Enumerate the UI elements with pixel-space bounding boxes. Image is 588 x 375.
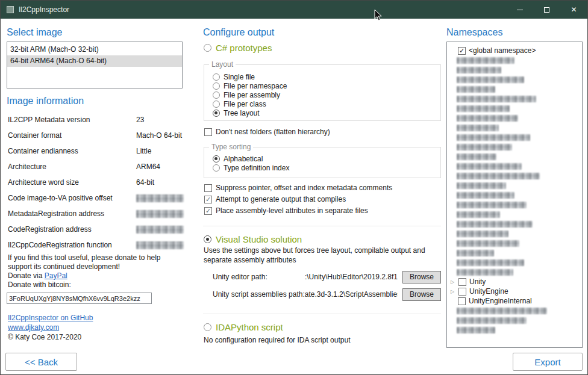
redacted-text bbox=[457, 173, 540, 179]
namespace-item-redacted[interactable] bbox=[447, 325, 582, 335]
select-image-heading: Select image bbox=[7, 27, 63, 38]
namespace-item-redacted[interactable] bbox=[447, 181, 582, 190]
namespace-item-redacted[interactable] bbox=[447, 132, 582, 142]
website-link[interactable]: www.djkaty.com bbox=[8, 323, 59, 332]
redacted-value bbox=[136, 194, 184, 202]
maximize-button[interactable] bbox=[533, 1, 560, 19]
namespace-item-redacted[interactable] bbox=[447, 161, 582, 171]
section-divider bbox=[203, 226, 441, 226]
browse-editor-path-button[interactable]: Browse bbox=[402, 271, 441, 284]
bitcoin-address-input[interactable] bbox=[7, 293, 152, 304]
maximize-icon bbox=[544, 7, 549, 13]
image-list-item[interactable]: 32-bit ARM (Mach-O 32-bit) bbox=[7, 44, 182, 55]
namespace-item-redacted[interactable] bbox=[447, 209, 582, 219]
info-label: Architecture bbox=[8, 163, 136, 171]
namespace-item-redacted[interactable] bbox=[447, 65, 582, 75]
titlebar: Il2CppInspector ✕ bbox=[1, 1, 587, 19]
namespace-item-redacted[interactable] bbox=[447, 94, 582, 104]
namespace-item-redacted[interactable] bbox=[447, 248, 582, 258]
namespace-item-redacted[interactable] bbox=[447, 229, 582, 238]
idapython-script-radio[interactable]: IDAPython script bbox=[204, 322, 283, 332]
copyright-text: © Katy Coe 2017-2020 bbox=[8, 333, 81, 341]
checkbox-icon bbox=[204, 184, 212, 192]
redacted-text bbox=[457, 221, 533, 228]
back-button[interactable]: << Back bbox=[5, 353, 77, 371]
compile-output-checkbox[interactable]: ✓ Attempt to generate output that compil… bbox=[204, 194, 346, 204]
info-row: MetadataRegistration address bbox=[8, 209, 184, 225]
namespace-label: Unity bbox=[469, 277, 486, 286]
window-controls: ✕ bbox=[506, 1, 587, 19]
expand-arrow-icon[interactable]: ▷ bbox=[449, 289, 455, 294]
links-block: Il2CppInspector on GitHub www.djkaty.com bbox=[8, 313, 93, 332]
suppress-metadata-checkbox[interactable]: Suppress pointer, offset and index metad… bbox=[204, 183, 392, 193]
namespace-item-redacted[interactable] bbox=[447, 142, 582, 152]
layout-option-file-per-assembly[interactable]: File per assembly bbox=[213, 90, 440, 99]
namespace-item-redacted[interactable] bbox=[447, 200, 582, 209]
image-listbox: 32-bit ARM (Mach-O 32-bit) 64-bit ARM64 … bbox=[7, 42, 183, 88]
image-info-heading: Image information bbox=[7, 96, 84, 107]
radio-selected-icon bbox=[204, 235, 211, 243]
namespace-item-unity[interactable]: ▷ Unity bbox=[447, 277, 582, 287]
info-value: 64-bit bbox=[136, 178, 154, 187]
ida-description: No configuration required for IDA script… bbox=[204, 335, 440, 345]
namespace-item-unityengine[interactable]: ▷ UnityEngine bbox=[447, 287, 582, 296]
close-icon: ✕ bbox=[571, 5, 577, 14]
namespace-item-redacted[interactable] bbox=[447, 315, 582, 325]
layout-option-tree-layout[interactable]: Tree layout bbox=[213, 108, 440, 117]
namespace-label: <global namespace> bbox=[469, 46, 536, 55]
namespace-item-redacted[interactable] bbox=[447, 152, 582, 161]
namespaces-heading: Namespaces bbox=[446, 27, 502, 38]
layout-option-single-file[interactable]: Single file bbox=[213, 72, 440, 81]
separate-attributes-checkbox[interactable]: ✓ Place assembly-level attributes in sep… bbox=[204, 206, 368, 215]
sorting-option-type-definition-index[interactable]: Type definition index bbox=[213, 163, 440, 172]
paypal-link[interactable]: PayPal bbox=[45, 271, 67, 280]
info-label: Container endianness bbox=[8, 147, 136, 155]
radio-label: Type definition index bbox=[224, 164, 289, 172]
sorting-option-alphabetical[interactable]: Alphabetical bbox=[213, 154, 440, 163]
image-list-item-selected[interactable]: 64-bit ARM64 (Mach-O 64-bit) bbox=[7, 55, 182, 67]
namespace-item-redacted[interactable] bbox=[447, 171, 582, 181]
section-divider bbox=[203, 314, 441, 314]
unity-editor-path-label: Unity editor path: bbox=[213, 273, 267, 281]
layout-option-file-per-namespace[interactable]: File per namespace bbox=[213, 81, 440, 90]
info-label: Code image-to-VA positive offset bbox=[8, 194, 136, 202]
radio-label: Tree layout bbox=[224, 109, 260, 117]
namespace-item-global[interactable]: ✓ <global namespace> bbox=[447, 46, 582, 55]
namespace-item-redacted[interactable] bbox=[447, 190, 582, 200]
namespaces-list: ✓ <global namespace> ▷ Unity ▷ bbox=[446, 42, 583, 348]
radio-icon bbox=[213, 73, 220, 81]
minimize-button[interactable] bbox=[506, 1, 533, 19]
vs-description: Uses the settings above but forces tree … bbox=[204, 246, 440, 265]
namespace-item-redacted[interactable] bbox=[447, 55, 582, 65]
namespace-item-redacted[interactable] bbox=[447, 306, 582, 315]
redacted-text bbox=[457, 115, 518, 122]
info-row: ArchitectureARM64 bbox=[8, 163, 184, 178]
namespace-item-redacted[interactable] bbox=[447, 219, 582, 229]
csharp-prototypes-radio[interactable]: C# prototypes bbox=[204, 43, 272, 53]
namespace-item-redacted[interactable] bbox=[447, 75, 582, 84]
visual-studio-solution-radio[interactable]: Visual Studio solution bbox=[204, 234, 302, 244]
export-button[interactable]: Export bbox=[513, 353, 583, 371]
expand-arrow-icon[interactable]: ▷ bbox=[449, 279, 455, 285]
info-label: IL2CPP Metadata version bbox=[8, 116, 136, 124]
namespace-item-redacted[interactable] bbox=[447, 104, 582, 113]
suppress-metadata-label: Suppress pointer, offset and index metad… bbox=[216, 184, 392, 192]
flatten-checkbox[interactable]: Don't nest folders (flatten hierarchy) bbox=[204, 127, 330, 137]
redacted-text bbox=[457, 76, 524, 83]
close-button[interactable]: ✕ bbox=[560, 1, 587, 19]
radio-icon bbox=[213, 101, 220, 108]
namespace-item-redacted[interactable] bbox=[447, 238, 582, 248]
namespace-item-redacted[interactable] bbox=[447, 113, 582, 123]
browse-assemblies-path-button[interactable]: Browse bbox=[402, 288, 441, 301]
info-label: Container format bbox=[8, 131, 136, 140]
github-link[interactable]: Il2CppInspector on GitHub bbox=[8, 313, 93, 323]
radio-icon bbox=[204, 323, 211, 331]
namespace-item-unityengineinternal[interactable]: UnityEngineInternal bbox=[447, 296, 582, 306]
namespace-item-redacted[interactable] bbox=[447, 258, 582, 267]
idapython-script-label: IDAPython script bbox=[216, 322, 283, 332]
layout-option-file-per-class[interactable]: File per class bbox=[213, 99, 440, 108]
redacted-text bbox=[457, 240, 519, 247]
namespace-item-redacted[interactable] bbox=[447, 267, 582, 277]
namespace-item-redacted[interactable] bbox=[447, 84, 582, 94]
namespace-item-redacted[interactable] bbox=[447, 123, 582, 132]
